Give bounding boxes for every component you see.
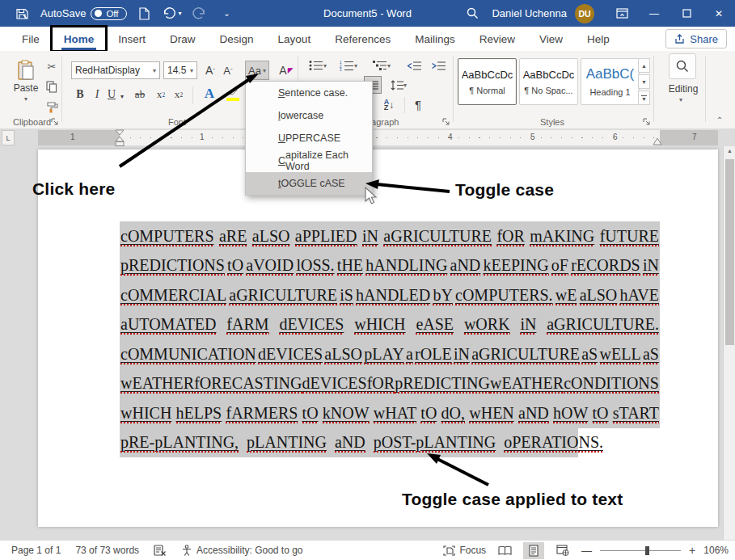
numbering-button[interactable]: 123▾ [336, 57, 361, 74]
styles-gallery-expand[interactable]: ▼ [638, 91, 650, 105]
page-indicator[interactable]: Page 1 of 1 [11, 545, 61, 556]
styles-dialog-launcher-icon[interactable] [642, 117, 652, 127]
format-painter-button[interactable] [44, 99, 60, 114]
save-icon[interactable] [13, 4, 32, 23]
zoom-slider-handle[interactable] [645, 546, 649, 555]
change-case-button[interactable]: Aa▾ [245, 61, 269, 80]
word: hANDLING [365, 256, 447, 275]
editing-group-label[interactable]: Editing [665, 83, 702, 95]
tab-layout[interactable]: Layout [266, 27, 323, 51]
editing-dropdown-icon[interactable]: ▾ [679, 96, 682, 103]
word-count[interactable]: 73 of 73 words [75, 545, 139, 556]
accessibility-status[interactable]: Accessibility: Good to go [181, 545, 302, 556]
right-indent-marker-icon[interactable] [653, 137, 662, 145]
underline-button[interactable]: U [105, 86, 118, 103]
read-mode-button[interactable] [494, 542, 515, 559]
word: aLSO [324, 345, 362, 364]
shrink-font-button[interactable]: Aˇ [220, 61, 236, 79]
tab-help[interactable]: Help [575, 27, 622, 51]
pilcrow-button[interactable]: ¶ [409, 95, 427, 113]
tab-draw[interactable]: Draw [158, 27, 208, 51]
web-layout-button[interactable] [552, 542, 573, 559]
case-menu-item-capitalize-each-word[interactable]: Capitalize Each Word [246, 149, 372, 172]
find-button[interactable] [669, 53, 696, 79]
styles-scroll-down[interactable]: ▼ [638, 74, 650, 89]
minimize-button[interactable]: — [638, 0, 670, 27]
case-menu-item-sentence-case-[interactable]: Sentence case. [246, 82, 372, 104]
zoom-in-button[interactable]: + [689, 544, 695, 557]
copy-button[interactable] [44, 79, 60, 94]
case-menu-item-uppercase[interactable]: UPPERCASE [246, 127, 372, 149]
paste-dropdown-icon[interactable]: ▾ [24, 95, 27, 103]
font-name-select[interactable]: RedHatDisplay▾ [71, 61, 160, 79]
word: aS [581, 345, 598, 364]
zoom-level[interactable]: 106% [703, 545, 729, 556]
user-name[interactable]: Daniel Uchenna [492, 7, 567, 19]
word: rECORDS [571, 256, 640, 275]
zoom-slider[interactable] [600, 550, 681, 551]
tab-view[interactable]: View [527, 27, 575, 51]
paragraph-dialog-launcher-icon[interactable] [441, 117, 451, 127]
tab-mailings[interactable]: Mailings [403, 27, 467, 51]
horizontal-ruler[interactable]: 1 1234567 [38, 130, 718, 145]
increase-indent-button[interactable] [429, 57, 448, 74]
document-page[interactable]: cOMPUTERSaREaLSOaPPLIEDiNaGRICULTUREfORm… [38, 149, 718, 527]
ribbon-display-options-icon[interactable] [606, 0, 638, 27]
tab-review[interactable]: Review [467, 27, 527, 51]
line-spacing-button[interactable]: ▾ [387, 76, 411, 94]
case-menu-item-lowercase[interactable]: lowercase [246, 104, 372, 127]
ruler-margin-number: 1 [70, 133, 75, 141]
subscript-button[interactable]: x2 [154, 86, 168, 103]
scroll-up-icon[interactable]: ▲ [724, 148, 735, 154]
cut-button[interactable]: ✂ [44, 59, 60, 74]
document-text[interactable]: cOMPUTERSaREaLSOaPPLIEDiNaGRICULTUREfORm… [120, 221, 660, 457]
zoom-out-button[interactable]: — [581, 545, 592, 557]
tab-selector[interactable]: L [2, 130, 15, 145]
quick-access-more-icon[interactable]: ⌄ [218, 4, 237, 23]
styles-scroll-up[interactable]: ▲ [638, 58, 650, 73]
grow-font-button[interactable]: Aˆ [202, 61, 218, 79]
vertical-scrollbar[interactable]: ▲ [723, 146, 735, 540]
case-menu-item-toggle-case[interactable]: tOGGLE cASE [246, 172, 372, 195]
word: hELPS [176, 404, 222, 423]
sort-button[interactable]: AZ↓ [378, 97, 399, 113]
scrollbar-thumb[interactable] [725, 159, 734, 345]
autosave-toggle[interactable]: Off [91, 7, 126, 20]
new-document-icon[interactable] [135, 4, 154, 23]
indent-markers-icon[interactable] [115, 128, 125, 147]
share-button[interactable]: Share [665, 29, 727, 48]
maximize-button[interactable] [670, 0, 703, 27]
close-button[interactable]: ✕ [703, 0, 735, 27]
tab-references[interactable]: References [323, 27, 403, 51]
superscript-button[interactable]: x2 [171, 86, 186, 103]
collapse-ribbon-button[interactable]: ⌃ [713, 114, 726, 125]
clipboard-dialog-launcher-icon[interactable] [50, 117, 60, 127]
avatar[interactable]: DU [575, 4, 594, 23]
tab-insert[interactable]: Insert [106, 27, 158, 51]
ruler-number: 6 [613, 133, 618, 141]
multilevel-list-button[interactable]: ▾ [368, 57, 395, 74]
tab-design[interactable]: Design [208, 27, 266, 51]
bold-button[interactable]: B [73, 86, 87, 103]
style--normal[interactable]: AaBbCcDc¶ Normal [458, 58, 517, 105]
clear-formatting-button[interactable]: A◤ [277, 61, 296, 80]
paste-button[interactable]: Paste ▾ [10, 57, 42, 114]
strikethrough-button[interactable]: ab [131, 86, 149, 103]
style-heading-1[interactable]: AaBbC(Heading 1 [581, 58, 640, 105]
undo-button[interactable]: ▾ [163, 4, 182, 23]
tab-file[interactable]: File [10, 27, 52, 51]
proofing-errors-icon[interactable] [154, 545, 167, 556]
word: fARMERS [226, 404, 298, 423]
focus-button[interactable]: Focus [443, 545, 486, 556]
print-layout-button[interactable] [523, 542, 544, 559]
font-size-select[interactable]: 14.5▾ [163, 61, 197, 79]
tab-home[interactable]: Home [52, 27, 107, 51]
decrease-indent-button[interactable] [404, 57, 424, 74]
highlight-button[interactable] [223, 85, 243, 103]
text-effects-button[interactable]: A [201, 85, 218, 103]
search-icon[interactable] [463, 4, 482, 23]
underline-dropdown-icon[interactable]: ▾ [118, 88, 126, 104]
style--no-spac-[interactable]: AaBbCcDc¶ No Spac... [519, 58, 578, 105]
italic-button[interactable]: I [91, 86, 103, 103]
bullets-button[interactable]: ▾ [306, 57, 330, 74]
